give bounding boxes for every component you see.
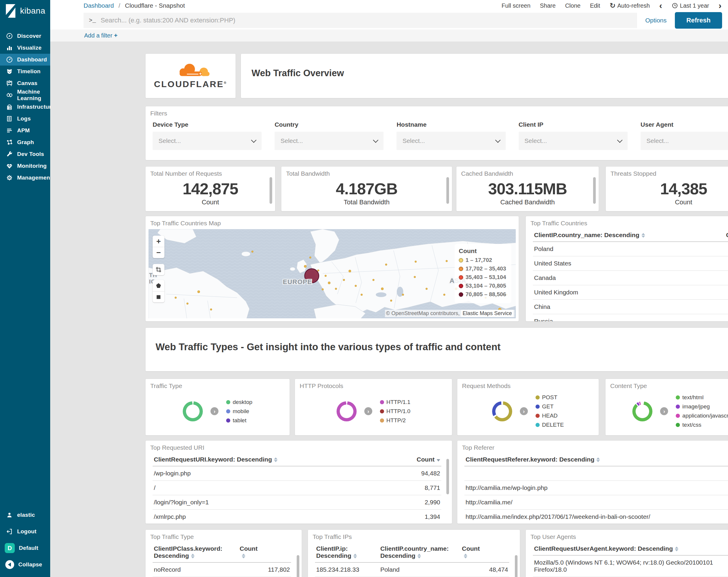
panel-scrollbar[interactable] <box>446 459 449 494</box>
client-ip-select[interactable]: Select... <box>519 132 628 150</box>
chart-legend: desktop mobile tablet <box>226 399 253 424</box>
add-filter-link[interactable]: Add a filter + <box>84 32 118 39</box>
auto-refresh-button[interactable]: ↻ Auto-refresh <box>609 1 650 10</box>
clone-button[interactable]: Clone <box>565 2 580 9</box>
hostname-select[interactable]: Select... <box>396 132 505 150</box>
share-button[interactable]: Share <box>540 2 555 9</box>
http-protocols-donut-chart[interactable] <box>337 401 357 421</box>
sidebar-item-logout[interactable]: Logout <box>0 523 50 540</box>
country-select[interactable]: Select... <box>275 132 384 150</box>
content-type-donut-chart[interactable] <box>632 401 652 421</box>
column-header-country[interactable]: ClientIP.country_name: Descending <box>533 228 710 242</box>
uri-table: ClientRequestURI.keyword: Descending Cou… <box>153 452 441 524</box>
time-forward-button[interactable]: › <box>719 3 722 8</box>
column-header-referer[interactable]: ClientRequestReferer.keyword: Descending <box>464 452 718 466</box>
column-header-count[interactable]: Count <box>710 228 728 242</box>
sidebar-item-graph[interactable]: Graph <box>0 136 50 148</box>
user-agent-select[interactable]: Select... <box>641 132 728 150</box>
sidebar-item-infrastructure[interactable]: Infrastructure <box>0 101 50 113</box>
options-link[interactable]: Options <box>645 17 667 24</box>
legend-item[interactable]: GET <box>536 403 564 410</box>
panel-scrollbar[interactable] <box>269 177 272 204</box>
column-header-user-agent[interactable]: ClientRequestUserAgent.keyword: Descendi… <box>533 542 726 555</box>
legend-item[interactable]: tablet <box>226 417 253 424</box>
sidebar-item-dev-tools[interactable]: Dev Tools <box>0 148 50 160</box>
refresh-button[interactable]: Refresh <box>675 12 722 29</box>
legend-expand-button[interactable]: › <box>660 407 668 415</box>
sidebar-item-user[interactable]: elastic <box>0 507 50 523</box>
sidebar-item-space-default[interactable]: D Default <box>0 540 50 556</box>
sidebar-item-timelion[interactable]: Timelion <box>0 66 50 77</box>
crop-tool-button[interactable] <box>153 264 164 275</box>
sidebar-item-visualize[interactable]: Visualize <box>0 42 50 54</box>
column-header-count[interactable]: Count <box>392 452 442 466</box>
legend-expand-button[interactable]: › <box>364 407 372 415</box>
time-picker-button[interactable]: Last 1 year <box>672 2 709 9</box>
panel-scrollbar[interactable] <box>446 177 449 204</box>
sidebar-item-machine-learning[interactable]: Machine Learning <box>0 89 50 101</box>
panel-scrollbar[interactable] <box>593 177 596 204</box>
map-label-europe: EUROPE <box>283 278 312 285</box>
sidebar-item-discover[interactable]: Discover <box>0 30 50 42</box>
filter-device-type: Device Type Select... <box>153 121 262 150</box>
device-type-select[interactable]: Select... <box>153 132 262 150</box>
polygon-tool-button[interactable] <box>153 280 164 291</box>
traffic-type-donut-chart[interactable] <box>183 401 203 421</box>
legend-item[interactable]: POST <box>536 394 564 401</box>
legend-dot <box>459 284 463 288</box>
sidebar-item-canvas[interactable]: Canvas <box>0 77 50 89</box>
legend-item[interactable]: DELETE <box>536 422 564 428</box>
sidebar-item-management[interactable]: Management <box>0 172 50 184</box>
sidebar: kibana Discover Visualize Dashboard Time… <box>0 0 50 577</box>
time-back-button[interactable]: ‹ <box>659 3 662 8</box>
legend-expand-button[interactable]: › <box>520 407 528 415</box>
search-field[interactable]: >_ <box>83 13 637 28</box>
column-header-count[interactable]: Count <box>461 542 509 562</box>
http-protocols-donut-panel: HTTP Protocols › HTTP/1.1 HTTP/1.0 HTTP/… <box>295 379 452 435</box>
column-header-count[interactable] <box>726 542 728 555</box>
sidebar-item-collapse[interactable]: Collapse <box>0 556 50 573</box>
full-screen-button[interactable]: Full screen <box>501 2 530 9</box>
breadcrumb-dashboard-link[interactable]: Dashboard <box>83 2 114 9</box>
legend-item[interactable]: HTTP/1.1 <box>380 399 410 405</box>
zoom-in-button[interactable]: + <box>153 236 164 247</box>
sidebar-item-monitoring[interactable]: Monitoring <box>0 160 50 172</box>
legend-item[interactable]: image/jpeg <box>676 403 728 410</box>
polygon-icon <box>156 283 161 288</box>
sidebar-item-dashboard[interactable]: Dashboard <box>0 54 50 66</box>
column-header-count[interactable]: Count <box>238 542 291 562</box>
panel-scrollbar[interactable] <box>515 555 518 577</box>
legend-item[interactable]: mobile <box>226 408 253 415</box>
edit-button[interactable]: Edit <box>590 2 600 9</box>
legend-item[interactable]: desktop <box>226 399 253 405</box>
sort-icon <box>642 233 645 238</box>
legend-item[interactable]: application/javascript <box>676 412 728 419</box>
legend-item[interactable]: text/html <box>676 394 728 401</box>
column-header-class[interactable]: ClientIPClass.keyword: Descending <box>153 542 238 562</box>
column-header-count[interactable] <box>718 452 728 466</box>
app-root: kibana Discover Visualize Dashboard Time… <box>0 0 728 577</box>
legend-item[interactable]: HTTP/1.0 <box>380 408 410 415</box>
search-input[interactable] <box>101 17 632 24</box>
panel-title: Top Referer <box>457 441 728 451</box>
sidebar-item-logs[interactable]: Logs <box>0 113 50 125</box>
legend-expand-button[interactable]: › <box>210 407 218 415</box>
panel-scrollbar[interactable] <box>297 555 300 577</box>
clock-icon <box>672 2 678 9</box>
column-header-uri[interactable]: ClientRequestURI.keyword: Descending <box>153 452 392 466</box>
maps-service-link[interactable]: Elastic Maps Service <box>461 310 513 317</box>
column-header-country[interactable]: ClientIP.country_name: Descending <box>379 542 461 562</box>
legend-item[interactable]: HEAD <box>536 412 564 419</box>
legend-item[interactable]: text/css <box>676 422 728 428</box>
world-map[interactable]: EUROPE ASIA TH IC + − <box>149 229 516 318</box>
zoom-out-button[interactable]: − <box>153 247 164 258</box>
kibana-logo[interactable]: kibana <box>0 0 50 21</box>
rectangle-tool-button[interactable] <box>153 291 164 302</box>
sidebar-item-apm[interactable]: APM <box>0 125 50 136</box>
legend-item[interactable]: HTTP/2 <box>380 417 410 424</box>
request-methods-donut-chart[interactable] <box>492 401 512 421</box>
heartbeat-icon <box>6 162 13 170</box>
table-row: /8,771 <box>153 481 441 495</box>
column-header-ip[interactable]: ClientIP.ip: Descending <box>315 542 379 562</box>
legend-dot <box>380 409 384 413</box>
